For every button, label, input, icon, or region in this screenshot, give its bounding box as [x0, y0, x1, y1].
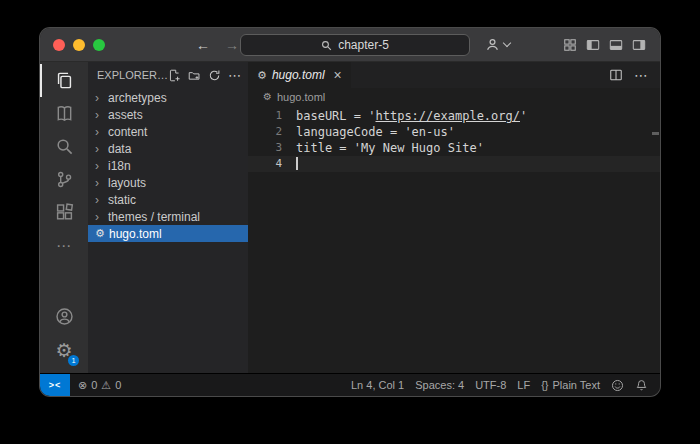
new-file-icon[interactable]: [168, 69, 181, 82]
account-icon: [485, 37, 500, 52]
tree-item-label: themes / terminal: [108, 210, 200, 224]
window-controls: [53, 39, 105, 51]
gear-file-icon: ⚙: [95, 228, 109, 239]
more-views-icon[interactable]: ⋯: [40, 229, 88, 262]
tab-hugo-toml[interactable]: ⚙ hugo.toml ×: [248, 62, 351, 88]
explorer-header: EXPLORER…: [88, 62, 248, 88]
title-bar: ← → chapter-5: [40, 28, 660, 62]
status-bar-right: Ln 4, Col 1 Spaces: 4 UTF-8 LF {} Plain …: [351, 379, 660, 392]
back-icon[interactable]: ←: [196, 37, 210, 53]
line-number: 2: [248, 124, 282, 140]
remote-indicator[interactable]: ><: [40, 374, 70, 396]
overview-ruler-mark: [652, 132, 659, 135]
explorer-view-icon[interactable]: [40, 64, 88, 97]
workbench: ⋯ ⚙ 1 EXPLORER…: [40, 62, 660, 373]
editor-actions: ⋯: [609, 62, 660, 88]
tree-item-data[interactable]: › data: [88, 140, 248, 157]
explorer-more-actions-icon[interactable]: ⋯: [228, 68, 242, 83]
tree-item-themes-terminal[interactable]: › themes / terminal: [88, 208, 248, 225]
tree-item-content[interactable]: › content: [88, 123, 248, 140]
minimize-window-button[interactable]: [73, 39, 85, 51]
tree-item-label: i18n: [108, 159, 131, 173]
customize-layout-icon[interactable]: [563, 38, 577, 52]
line-number: 3: [248, 140, 282, 156]
code-text: languageCode = 'en-us': [282, 124, 455, 140]
language-mode[interactable]: {} Plain Text: [541, 379, 600, 391]
chevron-right-icon: ›: [95, 109, 108, 121]
warning-count: 0: [115, 379, 121, 391]
search-view-icon[interactable]: [40, 130, 88, 163]
line-number: 1: [248, 108, 282, 124]
chevron-right-icon: ›: [95, 211, 108, 223]
settings-gear[interactable]: ⚙ 1: [40, 333, 88, 367]
detected-link[interactable]: https://example.org/: [376, 109, 521, 123]
chevron-right-icon: ›: [95, 143, 108, 155]
new-folder-icon[interactable]: [188, 69, 201, 82]
file-tree: › archetypes › assets › content › data: [88, 89, 248, 242]
tree-item-assets[interactable]: › assets: [88, 106, 248, 123]
code-text: [282, 156, 298, 172]
explorer-actions: ⋯: [168, 68, 242, 83]
breadcrumb[interactable]: ⚙ hugo.toml: [248, 88, 660, 106]
refresh-explorer-icon[interactable]: [208, 69, 221, 82]
text-cursor: [296, 157, 298, 170]
editor-group: ⚙ hugo.toml × ⋯ ⚙ h: [248, 62, 660, 373]
problems-summary[interactable]: ⊗ 0 ⚠ 0: [70, 379, 121, 392]
tree-item-layouts[interactable]: › layouts: [88, 174, 248, 191]
tree-item-static[interactable]: › static: [88, 191, 248, 208]
chevron-down-icon: [503, 39, 511, 47]
account-menu[interactable]: [485, 28, 510, 61]
command-center-search[interactable]: chapter-5: [240, 34, 470, 56]
explorer-sidebar: EXPLORER…: [88, 62, 248, 373]
gear-file-icon: ⚙: [257, 70, 267, 81]
book-view-icon[interactable]: [40, 97, 88, 130]
desktop-background: ← → chapter-5: [0, 0, 700, 444]
tree-item-i18n[interactable]: › i18n: [88, 157, 248, 174]
extensions-view-icon[interactable]: [40, 196, 88, 229]
code-text: title = 'My New Hugo Site': [282, 140, 484, 156]
close-tab-icon[interactable]: ×: [334, 68, 342, 82]
accounts-icon[interactable]: [40, 300, 88, 333]
error-icon: ⊗: [78, 379, 87, 392]
tab-bar: ⚙ hugo.toml × ⋯: [248, 62, 660, 88]
vscode-window: ← → chapter-5: [40, 28, 660, 396]
code-editor[interactable]: 1 baseURL = 'https://example.org/' 2 lan…: [248, 106, 660, 373]
explorer-title: EXPLORER…: [97, 69, 168, 81]
close-window-button[interactable]: [53, 39, 65, 51]
tree-item-label: content: [108, 125, 147, 139]
language-label: Plain Text: [553, 379, 601, 391]
indentation-setting[interactable]: Spaces: 4: [415, 379, 464, 391]
feedback-smiley-icon[interactable]: [611, 379, 624, 392]
forward-icon[interactable]: →: [225, 37, 239, 53]
notifications-bell-icon[interactable]: [635, 379, 648, 392]
tree-item-label: archetypes: [108, 91, 167, 105]
zoom-window-button[interactable]: [93, 39, 105, 51]
source-control-view-icon[interactable]: [40, 163, 88, 196]
tree-item-archetypes[interactable]: › archetypes: [88, 89, 248, 106]
activity-bar-bottom: ⚙ 1: [40, 300, 88, 367]
eol-setting[interactable]: LF: [517, 379, 530, 391]
editor-more-actions-icon[interactable]: ⋯: [634, 67, 649, 83]
encoding-setting[interactable]: UTF-8: [475, 379, 506, 391]
chevron-right-icon: ›: [95, 160, 108, 172]
braces-icon: {}: [541, 379, 548, 391]
toggle-panel-icon[interactable]: [609, 38, 623, 52]
tree-item-label: static: [108, 193, 136, 207]
toggle-secondary-sidebar-icon[interactable]: [632, 38, 646, 52]
tree-item-label: assets: [108, 108, 143, 122]
code-line-2: 2 languageCode = 'en-us': [248, 124, 660, 140]
history-navigation: ← →: [196, 28, 239, 61]
toggle-primary-sidebar-icon[interactable]: [586, 38, 600, 52]
split-editor-icon[interactable]: [609, 68, 623, 82]
cursor-position[interactable]: Ln 4, Col 1: [351, 379, 404, 391]
layout-controls: [563, 28, 646, 61]
chevron-right-icon: ›: [95, 194, 108, 206]
tab-label: hugo.toml: [272, 68, 325, 82]
code-line-3: 3 title = 'My New Hugo Site': [248, 140, 660, 156]
search-value: chapter-5: [338, 38, 389, 52]
tree-item-hugo-toml[interactable]: ⚙ hugo.toml: [88, 225, 248, 242]
code-line-4: 4: [248, 156, 660, 172]
chevron-right-icon: ›: [95, 177, 108, 189]
settings-badge: 1: [68, 355, 79, 366]
code-text: baseURL = 'https://example.org/': [282, 108, 527, 124]
